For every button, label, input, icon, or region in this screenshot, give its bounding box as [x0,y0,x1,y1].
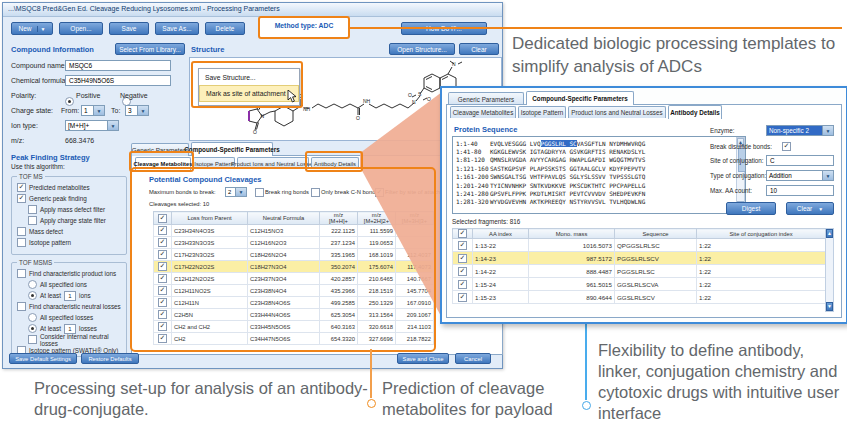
cell-mass: 987.5172 [529,252,615,265]
row-checkbox-cell[interactable] [453,252,473,265]
sequence-text: WYVDGVEVHN AKTKPREEQY NSTYRVVSVL TVLHQDW… [490,198,645,205]
method-type-label: Method type: ADC [260,22,348,29]
type-of-conjugation-value: Addition [767,171,822,180]
sequence-row[interactable]: 1:241-280GPSVFLFPPK PKDTLMISRT PEVTCVVVD… [456,189,732,197]
checkbox-icon[interactable] [458,229,467,238]
protein-sequence-box[interactable]: 1:1-40EVQLVESGGG LVQPGGSLRL SCVASGFTLN N… [452,136,746,214]
cell-site: 1:22 [697,291,826,304]
subtab-label: Product Ions and Neutral Losses [571,109,662,116]
cell-aa: 1:14-22 [473,265,529,278]
cell-mass: 1016.5073 [529,239,615,252]
scroll-down-icon[interactable]: ▼ [826,302,833,311]
sequence-text: QMNSLRVGDA AVYYCARGAG RWAPLGAFDI WGQGTMV… [490,156,645,163]
sequence-row[interactable]: 1:41-80KGKGLEWVSK IGTAGDRYYA GSVKGRFTIS … [456,147,732,155]
cell-aa: 1:13-22 [473,239,529,252]
sequence-row[interactable]: 1:281-320WYVDGVEVHN AKTKPREEQY NSTYRVVSV… [456,198,732,206]
sequence-text: EVQLVESGGG LVQ [490,140,541,147]
cell-site: 1:22 [697,265,826,278]
popup-subtab-product-ions-and-neutral-losses[interactable]: Product Ions and Neutral Losses [568,106,666,118]
callout-bullet-prediction [367,399,376,408]
column-header[interactable]: Mono. mass [529,229,615,239]
subtab-label: Cleavage Metabolites [453,109,514,116]
sequence-index: 1:1-40 [456,140,490,147]
max-aa-count-input[interactable]: 10 [766,185,834,196]
table-row[interactable]: 1:15-24961.5015GGSLRLSCVA1:22 [453,278,826,291]
cell-aa: 1:14-23 [473,252,529,265]
row-checkbox-cell[interactable] [453,265,473,278]
cell-site: 1:22 [697,278,826,291]
break-disulfide-checkbox[interactable] [782,142,791,151]
sequence-text: SASTKGPSVF PLAPSSKSTS GGTAALGCLV KDYFPEP… [490,165,645,172]
scroll-up-icon[interactable]: ▲ [826,229,833,238]
callout-line-prediction [370,349,372,398]
chevron-down-icon[interactable]: ▼ [818,206,823,212]
sequence-row[interactable]: 1:121-160SASTKGPSVF PLAPSSKSTS GGTAALGCL… [456,164,732,172]
column-header[interactable]: Site of conjugation index [697,229,826,239]
table-row[interactable]: 1:14-22888.4487PGGSLRLSC1:22 [453,265,826,278]
column-header[interactable]: AA index [473,229,529,239]
row-checkbox-cell[interactable] [453,278,473,291]
checkbox-icon[interactable] [458,241,467,250]
cell-site: 1:22 [697,239,826,252]
sequence-index: 1:81-120 [456,156,490,163]
type-of-conjugation-label: Type of conjugation: [710,172,766,179]
checkbox-icon[interactable] [458,280,467,289]
row-checkbox-cell[interactable] [453,291,473,304]
table-row[interactable]: 1:13-221016.5073QPGGSLRLSC1:22 [453,239,826,252]
cell-mass: 890.4644 [529,291,615,304]
popup-subtab-antibody-details[interactable]: Antibody Details [668,105,722,119]
cell-seq: GGSLRLSCVA [615,278,697,291]
sequence-row[interactable]: 1:161-200SWNSGALTSG VHTFPAVLQS SGLYSLSSV… [456,173,732,181]
type-of-conjugation-select[interactable]: Addition▼ [766,170,834,181]
site-of-conjugation-input[interactable]: C [766,155,834,166]
cell-site: 1:22 [697,252,826,265]
site-of-conjugation-label: Site of conjugation: [710,157,764,164]
popup-subtab-isotope-pattern[interactable]: Isotope Pattern [518,106,566,118]
popup-subtab-cleavage-metabolites[interactable]: Cleavage Metabolites [450,106,516,118]
subtab-label: Isotope Pattern [521,109,564,116]
sequence-text: SWNSGALTSG VHTFPAVLQS SGLYSLSSVV TVPSSSL… [490,173,645,180]
row-checkbox-cell[interactable] [453,239,473,252]
checkbox-icon[interactable] [458,254,467,263]
protein-sequence-heading: Protein Sequence [454,125,517,134]
selected-fragments-label: Selected fragments: 816 [452,218,520,225]
sequence-row[interactable]: 1:1-40EVQLVESGGG LVQPGGSLRL SCVASGFTLN N… [456,139,732,147]
sequence-index: 1:201-240 [456,182,490,189]
callout-box-method-type: Method type: ADC [258,16,350,39]
cell-seq: PGGSLRLSC [615,265,697,278]
clear-button[interactable]: Clear ▼ [786,202,834,215]
fragments-table[interactable]: AA indexMono. massSequenceSite of conjug… [452,228,826,304]
sequence-text: KGKGLEWVSK IGTAGDRYYA GSVKGRFTIS RENAKDS… [490,148,645,155]
enzyme-select[interactable]: Non-specific 2▼ [766,125,834,136]
chevron-down-icon[interactable]: ▼ [822,126,833,135]
cell-seq: QPGGSLRLSC [615,239,697,252]
page: ...\MSQC8 Pred&Gen Ed. Cleavage Reducing… [0,0,847,442]
fragments-scrollbar[interactable]: ▲ ▼ [825,228,834,312]
sequence-row[interactable]: 1:201-240TYICNVNHKP SNTKVDKKVE PKSCDKTHT… [456,181,732,189]
checkbox-icon[interactable] [458,267,467,276]
sequence-index: 1:121-160 [456,165,490,172]
table-header-row: AA indexMono. massSequenceSite of conjug… [453,229,826,239]
cell-mass: 961.5015 [529,278,615,291]
sequence-index: 1:281-320 [456,198,490,205]
sequence-text: VASGFTLN NYDMHWVRQG [577,140,646,147]
chevron-down-icon[interactable]: ▼ [822,171,833,180]
enzyme-value: Non-specific 2 [767,126,822,135]
popup-tab-compound-specific-parameters[interactable]: Compound-Specific Parameters [526,91,634,105]
sequence-row[interactable]: 1:81-120QMNSLRVGDA AVYYCARGAG RWAPLGAFDI… [456,156,732,164]
table-row[interactable]: 1:14-23987.5172PGGSLRLSCV1:22 [453,252,826,265]
sequence-text: TYICNVNHKP SNTKVDKKVE PKSCDKTHTC PPCPAPE… [490,182,645,189]
checkbox-icon[interactable] [458,293,467,302]
digest-button[interactable]: Digest [726,202,776,215]
select-all-checkbox-cell[interactable] [453,229,473,239]
callout-bullet-flexibility [582,401,591,410]
sequence-text: GPSVFLFPPK PKDTLMISRT PEVTCVVVDV SHEDPEV… [490,190,645,197]
enzyme-label: Enzyme: [710,127,735,134]
antibody-details-popup: Generic Parameters Compound-Specific Par… [440,86,847,324]
callout-line-method-type [348,27,842,29]
column-header[interactable]: Sequence [615,229,697,239]
table-row[interactable]: 1:15-23890.4644GGSLRLSCV1:22 [453,291,826,304]
sequence-index: 1:241-280 [456,190,490,197]
cell-aa: 1:15-24 [473,278,529,291]
sequence-selected-text: PGGSLRL SC [541,140,577,147]
